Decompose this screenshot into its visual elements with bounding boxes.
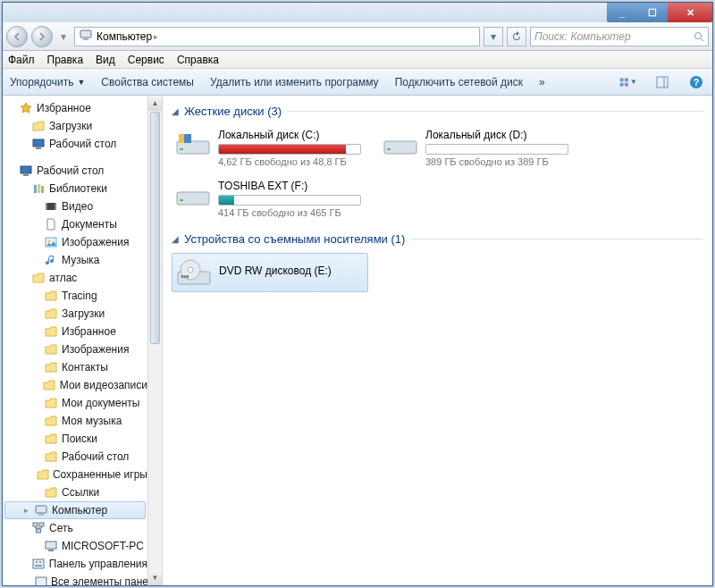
tree-favorites[interactable]: Избранное bbox=[3, 99, 147, 117]
back-button[interactable] bbox=[6, 26, 28, 47]
svg-rect-41 bbox=[184, 134, 191, 143]
svg-rect-16 bbox=[34, 185, 37, 193]
svg-point-2 bbox=[695, 32, 702, 38]
control-panel-icon bbox=[35, 575, 47, 585]
svg-rect-14 bbox=[21, 166, 31, 173]
svg-point-32 bbox=[36, 561, 38, 563]
pane-icon bbox=[656, 76, 669, 88]
tree-desktop-root[interactable]: Рабочий стол bbox=[3, 162, 147, 180]
chevron-right-icon[interactable]: ▸ bbox=[21, 506, 30, 515]
nav-history-dropdown[interactable]: ▾ bbox=[56, 30, 71, 43]
tree-tracing[interactable]: Tracing bbox=[3, 287, 147, 305]
group-hard-drives[interactable]: ◢ Жесткие диски (3) bbox=[172, 105, 703, 118]
uninstall-button[interactable]: Удалить или изменить программу bbox=[210, 76, 379, 88]
tree-desktop2[interactable]: Рабочий стол bbox=[3, 448, 147, 466]
svg-rect-38 bbox=[177, 141, 209, 154]
svg-rect-30 bbox=[48, 550, 54, 551]
svg-rect-15 bbox=[23, 174, 29, 176]
preview-pane-button[interactable] bbox=[653, 73, 671, 91]
svg-rect-26 bbox=[33, 523, 38, 526]
window-maximize-button[interactable]: ☐ bbox=[637, 3, 668, 22]
tree-microsoft-pc[interactable]: MICROSOFT-PC bbox=[3, 537, 147, 555]
window-close-button[interactable]: ✕ bbox=[668, 3, 712, 22]
computer-icon bbox=[79, 28, 93, 45]
tree-libraries[interactable]: Библиотеки bbox=[3, 180, 147, 197]
music-icon bbox=[44, 253, 58, 267]
map-drive-button[interactable]: Подключить сетевой диск bbox=[395, 76, 523, 88]
system-properties-button[interactable]: Свойства системы bbox=[101, 76, 194, 88]
tree-network[interactable]: Сеть bbox=[3, 519, 147, 537]
tree-control-panel[interactable]: Панель управления bbox=[3, 555, 147, 573]
svg-rect-27 bbox=[39, 523, 44, 526]
network-icon bbox=[31, 521, 46, 535]
toolbar-more-button[interactable]: » bbox=[539, 76, 545, 88]
forward-button[interactable] bbox=[31, 26, 53, 47]
drive-c[interactable]: Локальный диск (C:) 4,62 ГБ свободно из … bbox=[172, 125, 368, 171]
dvd-icon: DVD bbox=[176, 257, 212, 288]
menubar: Файл Правка Вид Сервис Справка bbox=[3, 51, 712, 69]
menu-tools[interactable]: Сервис bbox=[128, 54, 164, 66]
view-options-button[interactable]: ▼ bbox=[619, 73, 637, 91]
tree-searches[interactable]: Поиски bbox=[3, 430, 147, 448]
tree-downloads2[interactable]: Загрузки bbox=[3, 305, 147, 323]
tree-videos[interactable]: Видео bbox=[3, 197, 147, 215]
tree-documents[interactable]: Документы bbox=[3, 215, 147, 233]
folder-icon bbox=[44, 432, 58, 446]
tree-my-videos[interactable]: Мои видеозаписи bbox=[3, 376, 147, 394]
tree-atlas[interactable]: атлас bbox=[3, 269, 147, 287]
folder-icon bbox=[43, 378, 56, 392]
tree-my-music[interactable]: Моя музыка bbox=[3, 412, 147, 430]
menu-help[interactable]: Справка bbox=[177, 54, 219, 66]
drive-label: DVD RW дисковод (E:) bbox=[219, 265, 364, 277]
address-dropdown[interactable]: ▾ bbox=[484, 27, 503, 46]
tree-links[interactable]: Ссылки bbox=[3, 483, 147, 501]
scroll-down-button[interactable]: ▼ bbox=[148, 570, 162, 585]
tree-music[interactable]: Музыка bbox=[3, 251, 147, 269]
help-button[interactable]: ? bbox=[687, 73, 705, 91]
svg-rect-7 bbox=[625, 82, 628, 86]
address-bar[interactable]: Компьютер ▸ bbox=[74, 27, 480, 46]
svg-rect-5 bbox=[625, 78, 628, 81]
tree-saved-games[interactable]: Сохраненные игры bbox=[3, 466, 147, 483]
svg-rect-34 bbox=[35, 565, 42, 567]
drive-e[interactable]: DVD DVD RW дисковод (E:) bbox=[172, 253, 368, 292]
tree-downloads[interactable]: Загрузки bbox=[3, 117, 147, 135]
folder-icon bbox=[44, 289, 58, 303]
menu-edit[interactable]: Правка bbox=[47, 54, 84, 66]
tree-contacts[interactable]: Контакты bbox=[3, 358, 147, 376]
breadcrumb-root[interactable]: Компьютер ▸ bbox=[97, 30, 158, 43]
svg-point-33 bbox=[39, 561, 41, 563]
drive-f[interactable]: TOSHIBA EXT (F:) 414 ГБ свободно из 465 … bbox=[172, 176, 368, 222]
tree-favorites2[interactable]: Избранное bbox=[3, 323, 147, 340]
tree-pictures[interactable]: Изображения bbox=[3, 233, 147, 251]
scroll-thumb[interactable] bbox=[150, 112, 160, 344]
refresh-button[interactable] bbox=[507, 27, 526, 46]
menu-file[interactable]: Файл bbox=[8, 54, 35, 66]
drive-usage-bar bbox=[218, 144, 361, 155]
nav-scrollbar[interactable]: ▲ ▼ bbox=[147, 96, 163, 585]
content-pane: ◢ Жесткие диски (3) Локальный диск (C:) … bbox=[163, 96, 712, 585]
tree-all-items[interactable]: Все элементы панели bbox=[3, 573, 147, 585]
group-removable[interactable]: ◢ Устройства со съемными носителями (1) bbox=[172, 232, 703, 246]
folder-icon bbox=[44, 342, 58, 357]
libraries-icon bbox=[31, 181, 46, 196]
titlebar: _ ☐ ✕ bbox=[3, 3, 712, 22]
organize-button[interactable]: Упорядочить ▼ bbox=[10, 76, 85, 88]
tree-desktop-fav[interactable]: Рабочий стол bbox=[3, 135, 147, 153]
refresh-icon bbox=[511, 31, 522, 42]
tree-computer[interactable]: ▸Компьютер bbox=[4, 501, 146, 519]
folder-icon bbox=[44, 360, 58, 374]
svg-rect-24 bbox=[36, 506, 46, 513]
tree-pictures2[interactable]: Изображения bbox=[3, 340, 147, 358]
hdd-icon bbox=[383, 129, 418, 159]
menu-view[interactable]: Вид bbox=[96, 54, 115, 66]
scroll-up-button[interactable]: ▲ bbox=[148, 96, 162, 111]
drive-d[interactable]: Локальный диск (D:) 389 ГБ свободно из 3… bbox=[379, 125, 576, 171]
window-minimize-button[interactable]: _ bbox=[607, 3, 637, 22]
command-bar: Упорядочить ▼ Свойства системы Удалить и… bbox=[3, 69, 712, 96]
search-box[interactable]: Поиск: Компьютер bbox=[530, 27, 709, 46]
desktop-icon bbox=[19, 164, 33, 178]
tree-my-docs[interactable]: Мои документы bbox=[3, 394, 147, 412]
computer-icon bbox=[34, 503, 48, 517]
search-placeholder: Поиск: Компьютер bbox=[534, 30, 631, 43]
